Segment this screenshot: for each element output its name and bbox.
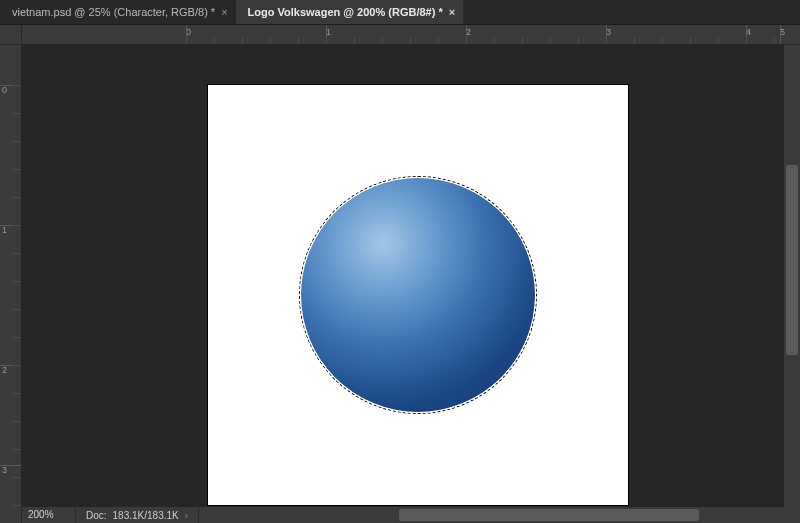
- ruler-label: 0: [2, 85, 7, 95]
- ruler-label: 2: [2, 365, 7, 375]
- horizontal-ruler[interactable]: 012345: [22, 25, 800, 45]
- doc-size-value: 183.1K/183.1K: [113, 510, 179, 521]
- document-tabs: vietnam.psd @ 25% (Character, RGB/8) * ×…: [0, 0, 800, 25]
- close-icon[interactable]: ×: [449, 6, 455, 18]
- document-size-readout[interactable]: Doc: 183.1K/183.1K ›: [76, 507, 199, 523]
- ruler-origin-box[interactable]: [0, 25, 21, 45]
- zoom-level-input[interactable]: 200%: [22, 507, 76, 523]
- doc-size-label: Doc:: [86, 510, 107, 521]
- tab-label: vietnam.psd @ 25% (Character, RGB/8) *: [12, 6, 215, 18]
- vertical-scrollbar[interactable]: [784, 45, 800, 507]
- canvas-column: 012345 200% Doc: 183.1K/183.1K: [22, 25, 800, 523]
- ruler-label: 3: [2, 465, 7, 475]
- ruler-label: 1: [2, 225, 7, 235]
- gradient-circle-artwork: [301, 178, 535, 412]
- tab-logo-volkswagen[interactable]: Logo Volkswagen @ 200% (RGB/8#) * ×: [236, 0, 464, 24]
- workspace: 0123 012345 200%: [0, 25, 800, 523]
- canvas-viewport[interactable]: 200% Doc: 183.1K/183.1K ›: [22, 45, 800, 523]
- vertical-ruler[interactable]: 0123: [0, 25, 22, 523]
- horizontal-scrollbar[interactable]: [199, 507, 800, 523]
- tab-label: Logo Volkswagen @ 200% (RGB/8#) *: [248, 6, 443, 18]
- document-canvas[interactable]: [208, 85, 628, 505]
- chevron-right-icon[interactable]: ›: [185, 510, 188, 521]
- selection-bounds: [301, 178, 535, 412]
- status-bar: 200% Doc: 183.1K/183.1K ›: [22, 507, 800, 523]
- zoom-level-text: 200%: [28, 507, 54, 523]
- tab-vietnam[interactable]: vietnam.psd @ 25% (Character, RGB/8) * ×: [0, 0, 236, 24]
- photoshop-window: vietnam.psd @ 25% (Character, RGB/8) * ×…: [0, 0, 800, 523]
- close-icon[interactable]: ×: [221, 6, 227, 18]
